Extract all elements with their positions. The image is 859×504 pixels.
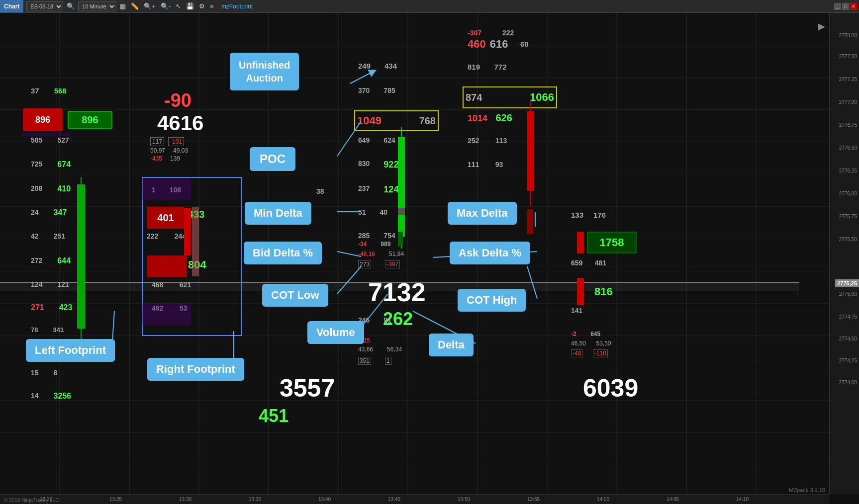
col1-row4-bid: 725 [31,160,42,169]
settings-icon[interactable]: ⚙ [197,2,206,10]
col1-row8-bid: 272 [31,256,42,265]
price-27760: 2776,25 [839,168,857,173]
annotation-delta: Delta [429,334,474,356]
draw-icon[interactable]: ✏️ [129,2,140,10]
col2-candle-down1 [184,208,191,255]
annotation-max-delta: Max Delta [448,202,517,225]
col3-r6-l: 237 [358,184,370,195]
time-1400: 14:00 [597,497,609,502]
col3-r1-l: 249 [358,62,371,70]
col3-row10: -48,16 51,84 [358,251,404,257]
col1-row7: 42 251 [31,232,65,240]
col3-row11: 273 -397 [358,260,400,268]
col3-r5-r: 922 [383,160,398,170]
col4-top2: 819 772 [468,63,507,72]
col1-row12-bid: 15 [31,369,39,377]
col2-row5: 468 621 [152,280,191,289]
close-button[interactable]: ✕ [850,3,857,10]
nav-arrow-button[interactable]: ▶ [818,21,825,32]
col3-row8: 285 754 [358,232,395,240]
col1-row1-ask: 568 [54,86,67,95]
minimize-button[interactable]: _ [834,3,841,10]
col3-r7-l: 51 [358,208,366,216]
main-chart: 37 568 896 896 505 527 725 674 208 410 2… [0,13,829,494]
col3-row5: 830 922 [358,160,398,170]
col3-poc-row: 1049 768 [354,110,439,131]
timeframe-select[interactable]: 10 Minute [78,1,116,11]
col5-816: 816 [594,285,613,298]
col2-hdr-101: -101 [168,137,184,146]
price-27747: 2774,75 [839,314,857,320]
col3-r3-l: 1049 [357,114,382,127]
col3-row6: 237 124 [358,184,398,195]
col4-row4: 252 113 [468,136,507,145]
time-1345: 13:45 [388,497,400,502]
save-icon[interactable]: 💾 [185,2,195,10]
col3-doji [398,208,405,215]
c5-133: 133 [571,211,583,219]
cursor-icon[interactable]: ↖ [174,2,183,10]
price-27770: 2777,00 [839,99,857,105]
zoom-out-icon[interactable]: 🔍- [159,2,172,10]
svg-line-13 [350,72,373,84]
window-controls: _ □ ✕ [834,3,859,10]
col1-row10: 271 423 [31,303,72,312]
xaxis: 13:20 13:25 13:30 13:35 13:40 13:45 13:5… [0,494,829,504]
price-27772: 2777,25 [839,77,857,82]
zoom-in-icon[interactable]: 🔍+ [142,2,157,10]
copyright: © 2018 NinjaTrader, LLC [4,498,59,503]
col4-candle-down [527,111,534,191]
time-1350: 13:50 [458,497,470,502]
col1-row5-ask: 410 [57,184,71,193]
chart-tab[interactable]: Chart [0,0,23,12]
col4-wick-top [530,100,531,113]
col3-row14: 43,66 56,34 [358,346,402,353]
annotation-right-footprint: Right Footprint [147,358,244,381]
col2-delta: -90 [164,90,191,111]
col3-r9-l: -34 [358,241,367,248]
top-307: -307 [468,29,481,37]
more-icon[interactable]: ≡ [208,2,215,10]
col1-row11: 78 341 [31,326,64,334]
col4-top: 460 616 [468,38,508,51]
col1-row3: 505 527 [31,136,69,144]
col3-r15-l: 351 [358,357,371,365]
col1-row1: 37 568 [31,86,67,95]
c4-616: 616 [490,38,508,51]
col1-row8: 272 644 [31,256,71,265]
symbol-select[interactable]: ES 06-18 [26,1,63,11]
col3-r11-l: 273 [358,260,371,268]
svg-rect-1 [0,13,829,494]
top-222: 222 [502,29,514,37]
col5-row6: -2 645 [571,329,600,338]
col3-r12-r: 91 [383,316,391,324]
col3-38: 38 [316,187,324,196]
col1-row9: 124 121 [31,280,69,288]
svg-line-16 [337,252,361,256]
c5-1758: 1758 [600,236,624,249]
grid-svg [0,13,829,494]
price-27762: 2776,50 [839,145,857,151]
col5-row5: 141 [571,306,582,315]
col1-row5-bid: 208 [31,184,42,193]
col3-r14-r: 56,34 [387,346,402,353]
current-price-badge: 2775,25 [835,279,859,287]
toolbar: ES 06-18 🔍 10 Minute ▦ ✏️ 🔍+ 🔍- ↖ 💾 ⚙ ≡ … [23,1,834,11]
col3-row15: 351 1 [358,357,391,365]
bar-type-icon[interactable]: ▦ [118,2,127,10]
col4-poc-row: 874 1066 [463,86,557,108]
price-27750: 2775,00 [839,291,857,297]
col1-row13-bid: 14 [31,392,39,401]
col2-hdr-117: 117 [150,137,164,146]
price-27740: 2774,00 [839,380,857,385]
search-icon[interactable]: 🔍 [65,2,76,10]
annotation-min-delta: Min Delta [245,202,311,225]
col3-r14-l: 43,66 [358,346,373,353]
col1-row6-ask: 347 [54,208,67,217]
time-1330: 13:30 [179,497,191,502]
annotation-poc: POC [250,147,295,171]
col4-small-candle [527,209,533,234]
col3-row1: 249 434 [358,62,397,70]
col1-row12-ask: 8 [54,369,58,377]
maximize-button[interactable]: □ [842,3,849,10]
